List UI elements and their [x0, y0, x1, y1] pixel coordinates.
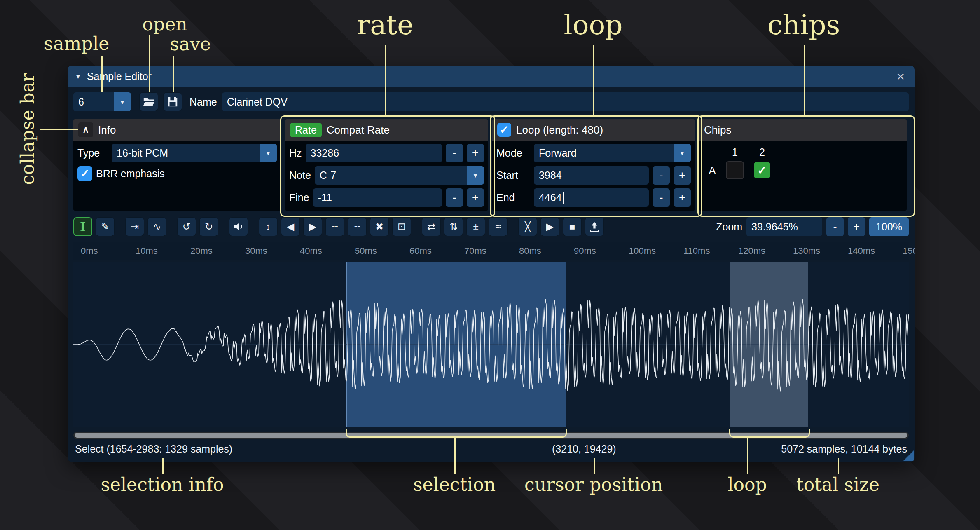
window-collapse-icon[interactable]: ▼ [75, 73, 81, 80]
resize-button[interactable]: ⇥ [125, 217, 144, 236]
zoom-label: Zoom [716, 221, 742, 233]
amplify-button[interactable] [229, 217, 248, 236]
trim-icon: ⊡ [398, 221, 406, 232]
sample-type-value: 16-bit PCM [112, 144, 260, 162]
insert-silence-button[interactable]: ╌ [325, 217, 344, 236]
window-titlebar[interactable]: ▼ Sample Editor × [68, 66, 915, 87]
cursor-position-text: (3210, 19429) [552, 443, 616, 455]
zoom-controls: Zoom 39.9645% - + 100% [716, 217, 909, 236]
annotation-line-loop-region [747, 437, 748, 474]
apply-silence-icon: ╍ [354, 221, 360, 232]
invert-button[interactable]: ⇅ [444, 217, 463, 236]
filter-button[interactable]: ≈ [489, 217, 508, 236]
annotation-open: open [142, 14, 187, 35]
fade-in-button[interactable]: ◀ [281, 217, 300, 236]
tick-label: 150ms [903, 246, 915, 256]
brr-emphasis-checkbox[interactable]: ✓ [77, 166, 92, 181]
annotation-box-loop [490, 115, 702, 217]
draw-mode-button[interactable]: ✎ [96, 217, 115, 236]
fade-out-button[interactable]: ▶ [303, 217, 322, 236]
timeline-ruler[interactable]: 0ms 10ms 20ms 30ms 40ms 50ms 60ms 70ms 8… [73, 242, 909, 260]
annotation-loop: loop [564, 9, 623, 41]
tick-label: 140ms [848, 246, 875, 256]
annotation-line-rate [385, 45, 386, 115]
fade-out-icon: ▶ [309, 221, 316, 232]
delete-icon: ✖ [375, 221, 384, 232]
chevron-down-icon: ▼ [114, 92, 131, 111]
crossfade-button[interactable]: ╳ [518, 217, 537, 236]
undo-icon: ↺ [182, 221, 191, 232]
trim-button[interactable]: ⊡ [392, 217, 411, 236]
sign-invert-button[interactable]: ± [466, 217, 485, 236]
stop-button[interactable]: ■ [563, 217, 582, 236]
resample-button[interactable]: ∿ [147, 217, 166, 236]
normalize-icon: ↕ [266, 221, 271, 232]
annotation-box-rate [280, 115, 495, 217]
upload-icon [589, 221, 600, 232]
sample-name-input[interactable]: Clarinet DQV [222, 92, 909, 111]
tick-label: 60ms [409, 246, 432, 256]
annotation-save: save [170, 33, 211, 54]
preview-button[interactable]: ▶ [540, 217, 559, 236]
annotation-box-chips [697, 115, 915, 217]
delete-button[interactable]: ✖ [370, 217, 389, 236]
sample-header-row: 6 ▼ Name Clarinet DQV [73, 92, 909, 112]
zoom-reset-button[interactable]: 100% [869, 217, 909, 236]
fade-in-icon: ◀ [287, 221, 294, 232]
insert-silence-icon: ╌ [332, 221, 338, 232]
tick-label: 30ms [245, 246, 267, 256]
waveform-view[interactable] [73, 262, 909, 427]
tick-label: 40ms [300, 246, 322, 256]
open-sample-button[interactable] [139, 92, 158, 111]
save-floppy-icon [166, 96, 179, 108]
check-icon: ✓ [80, 167, 90, 180]
annotation-line-collapse-bar [40, 129, 78, 130]
status-bar: Select (1654-2983: 1329 samples) (3210, … [68, 442, 915, 457]
zoom-input[interactable]: 39.9645% [746, 217, 822, 236]
resize-grip[interactable] [903, 450, 914, 461]
chevron-up-icon: ∧ [82, 124, 89, 135]
annotation-line-selection-info [162, 458, 164, 474]
collapse-bar-button[interactable]: ∧ [78, 122, 93, 137]
annotation-selection: selection [413, 474, 496, 495]
annotation-line-total-size [838, 458, 839, 474]
save-sample-button[interactable] [163, 92, 182, 111]
annotation-cursor-position: cursor position [524, 474, 663, 495]
waveform-svg [73, 262, 909, 427]
tick-label: 10ms [136, 246, 158, 256]
window-title: Sample Editor [87, 70, 152, 82]
screenshot-stage: ▼ Sample Editor × 6 ▼ [0, 0, 980, 530]
close-icon[interactable]: × [894, 69, 907, 84]
stop-icon: ■ [569, 221, 575, 232]
total-size-text: 5072 samples, 10144 bytes [781, 443, 907, 455]
crossfade-icon: ╳ [525, 221, 531, 232]
sample-type-dropdown[interactable]: 16-bit PCM ▼ [112, 144, 277, 162]
undo-button[interactable]: ↺ [177, 217, 196, 236]
reverse-icon: ⇄ [427, 221, 435, 232]
tick-label: 100ms [629, 246, 656, 256]
sample-toolbar: I ✎ ⇥ ∿ ↺ ↻ ↕ ◀ ▶ ╌ ╍ ✖ ⊡ ⇄ ⇅ ± ≈ ╳ ▶ [73, 216, 909, 237]
zoom-value: 39.9645% [751, 221, 798, 233]
zoom-out-button[interactable]: - [826, 217, 844, 236]
apply-silence-button[interactable]: ╍ [348, 217, 367, 236]
sample-name-value: Clarinet DQV [227, 96, 288, 108]
zoom-in-button[interactable]: + [848, 217, 865, 236]
info-title: Info [98, 124, 116, 136]
selection-info-text: Select (1654-2983: 1329 samples) [75, 443, 232, 455]
annotation-line-sample [101, 56, 103, 92]
annotation-line-open [149, 35, 150, 92]
sample-selector-value: 6 [73, 92, 114, 111]
tick-label: 130ms [793, 246, 820, 256]
sample-selector[interactable]: 6 ▼ [73, 92, 131, 111]
name-label: Name [189, 96, 217, 108]
create-instrument-button[interactable] [585, 217, 604, 236]
tick-label: 0ms [81, 246, 98, 256]
edit-mode-button[interactable]: I [73, 217, 92, 236]
annotation-line-loop [593, 45, 594, 115]
normalize-button[interactable]: ↕ [259, 217, 278, 236]
reverse-button[interactable]: ⇄ [422, 217, 441, 236]
tick-label: 120ms [738, 246, 765, 256]
filter-icon: ≈ [495, 221, 501, 232]
tick-label: 80ms [519, 246, 541, 256]
redo-button[interactable]: ↻ [199, 217, 218, 236]
